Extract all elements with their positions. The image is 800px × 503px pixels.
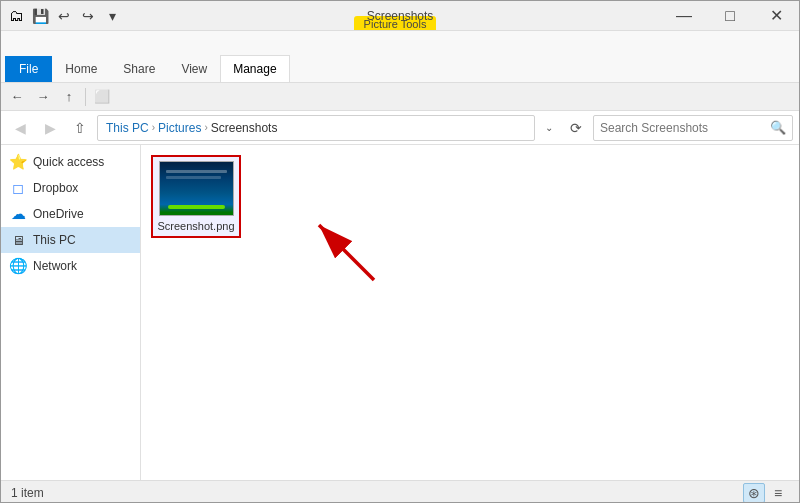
toolbar-properties[interactable]: ⬜ [90,85,114,109]
search-input[interactable] [600,121,770,135]
thumb-line1 [166,170,227,173]
sidebar-item-onedrive[interactable]: ☁ OneDrive [1,201,140,227]
tab-file[interactable]: File [5,56,52,82]
red-arrow-annotation [289,205,379,288]
toolbar-forward[interactable]: → [31,85,55,109]
ribbon-tabs: File Home Share View Manage [1,31,294,82]
sidebar-item-network[interactable]: 🌐 Network [1,253,140,279]
path-sep-1: › [152,122,155,133]
quick-access-label: Quick access [33,155,104,169]
refresh-button[interactable]: ⟳ [563,115,589,141]
this-pc-label: This PC [33,233,76,247]
close-button[interactable]: ✕ [753,1,799,31]
thumb-line2 [166,176,221,179]
app-icon: 🗂 [7,7,25,25]
toolbar-separator [85,88,86,106]
address-chevron[interactable]: ⌄ [539,115,559,141]
tab-view[interactable]: View [168,55,220,82]
file-item-screenshot[interactable]: Screenshot.png [151,155,241,238]
thumb-bar [168,205,225,209]
view-large-icons[interactable]: ⊛ [743,483,765,503]
view-details[interactable]: ≡ [767,483,789,503]
dropbox-icon: □ [9,179,27,197]
window-controls: — □ ✕ [661,1,799,30]
nav-forward[interactable]: ▶ [37,115,63,141]
qat-undo[interactable]: ↩ [53,5,75,27]
main-area: ⭐ Quick access □ Dropbox ☁ OneDrive 🖥 Th… [1,145,799,480]
ribbon: File Home Share View Manage [1,31,799,83]
toolbar: ← → ↑ ⬜ [1,83,799,111]
title-bar: 🗂 💾 ↩ ↪ ▾ Picture Tools Screenshots — □ … [1,1,799,31]
title-bar-left: 🗂 💾 ↩ ↪ ▾ [1,1,129,30]
network-icon: 🌐 [9,257,27,275]
tab-home[interactable]: Home [52,55,110,82]
onedrive-icon: ☁ [9,205,27,223]
file-thumbnail [159,161,234,216]
search-icon[interactable]: 🔍 [770,120,786,135]
content-area[interactable]: Screenshot.png [141,145,799,480]
path-this-pc[interactable]: This PC [106,121,149,135]
status-count: 1 item [11,486,44,500]
context-tab-label: Picture Tools [354,16,437,30]
status-bar: 1 item ⊛ ≡ [1,480,799,503]
toolbar-back[interactable]: ← [5,85,29,109]
onedrive-label: OneDrive [33,207,84,221]
file-name: Screenshot.png [157,220,234,232]
svg-line-1 [319,225,374,280]
minimize-button[interactable]: — [661,1,707,31]
path-screenshots: Screenshots [211,121,278,135]
sidebar-item-this-pc[interactable]: 🖥 This PC [1,227,140,253]
maximize-button[interactable]: □ [707,1,753,31]
address-bar: ◀ ▶ ⇧ This PC › Pictures › Screenshots ⌄… [1,111,799,145]
sidebar-item-dropbox[interactable]: □ Dropbox [1,175,140,201]
qat-dropdown[interactable]: ▾ [101,5,123,27]
dropbox-label: Dropbox [33,181,78,195]
path-pictures[interactable]: Pictures [158,121,201,135]
thumb-inner [160,162,233,215]
tab-share[interactable]: Share [110,55,168,82]
title-center: Picture Tools [129,1,661,30]
this-pc-icon: 🖥 [9,231,27,249]
qat-redo[interactable]: ↪ [77,5,99,27]
nav-back[interactable]: ◀ [7,115,33,141]
address-path[interactable]: This PC › Pictures › Screenshots [97,115,535,141]
path-sep-2: › [204,122,207,133]
qat-save[interactable]: 💾 [29,5,51,27]
network-label: Network [33,259,77,273]
nav-up[interactable]: ⇧ [67,115,93,141]
view-buttons: ⊛ ≡ [743,483,789,503]
sidebar-item-quick-access[interactable]: ⭐ Quick access [1,149,140,175]
quick-access-icon: ⭐ [9,153,27,171]
sidebar: ⭐ Quick access □ Dropbox ☁ OneDrive 🖥 Th… [1,145,141,480]
tab-manage[interactable]: Manage [220,55,289,82]
quick-access-toolbar: 💾 ↩ ↪ ▾ [29,5,123,27]
toolbar-up[interactable]: ↑ [57,85,81,109]
search-box[interactable]: 🔍 [593,115,793,141]
